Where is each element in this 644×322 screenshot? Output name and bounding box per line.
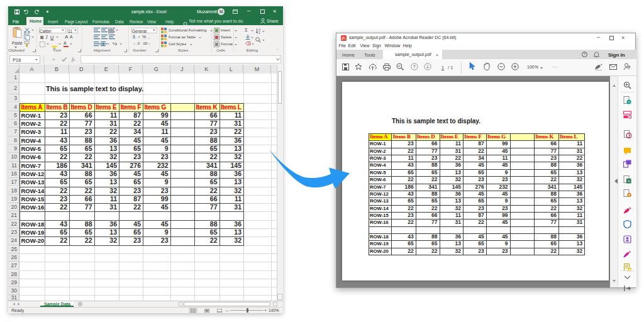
svg-text:Z: Z [258, 31, 260, 35]
